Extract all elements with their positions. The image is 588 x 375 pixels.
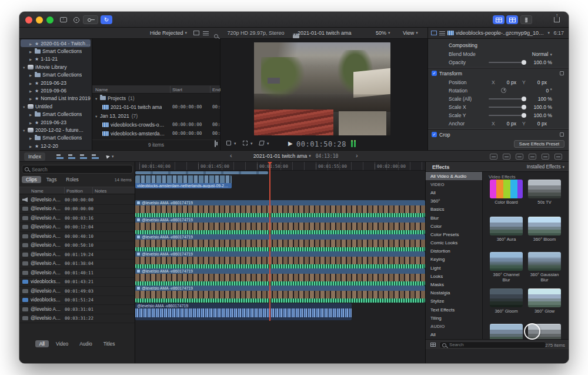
titlebar[interactable] [19, 12, 569, 28]
connected-clip-collapsed[interactable] [135, 171, 268, 174]
close-window-button[interactable] [25, 16, 32, 24]
sidebar-item-smart-collections[interactable]: Smart Collections [19, 134, 92, 142]
column-end[interactable]: End [212, 87, 220, 92]
index-row[interactable]: @levelsio A…00:01:40:11 [19, 268, 135, 278]
distort-tool-dropdown[interactable] [259, 140, 269, 146]
video-inspector-tab-icon[interactable] [431, 31, 437, 35]
filter-audio-tab[interactable]: Audio [75, 340, 96, 347]
next-project-arrow[interactable]: › [356, 152, 358, 159]
sidebar-item-event[interactable]: Nomad List Intro 2019 [19, 95, 92, 102]
index-row[interactable]: @levelsio A…00:00:40:10 [19, 232, 135, 241]
sidebar-item-event[interactable]: 2019-06-23 [19, 79, 92, 87]
crop-tool-dropdown[interactable] [243, 140, 253, 146]
category-item[interactable]: All [426, 331, 482, 339]
zoom-window-button[interactable] [46, 16, 54, 24]
playhead[interactable] [269, 162, 270, 321]
effects-search-input[interactable] [439, 341, 546, 349]
anchor-x-value[interactable]: 0 px [496, 121, 516, 127]
effect-item-partial[interactable] [490, 324, 523, 339]
column-name[interactable]: Name [95, 87, 108, 92]
category-item[interactable]: All [426, 188, 482, 197]
trim-icon[interactable] [490, 154, 497, 160]
zoom-dropdown[interactable]: 50% [376, 30, 390, 36]
reset-icon[interactable] [560, 132, 564, 137]
effect-item[interactable]: 360° Bloom [528, 217, 561, 243]
browser-layout-button[interactable] [493, 15, 505, 24]
index-row[interactable]: @levelsio A…00:01:19:24 [19, 250, 135, 260]
fullscreen-icon[interactable] [215, 140, 216, 147]
index-row[interactable]: @levelsio A…00:01:49:03 [19, 287, 135, 296]
audio-skimming-icon[interactable] [529, 154, 536, 160]
disclosure-closed-icon[interactable] [29, 56, 35, 62]
disclosure-open-icon[interactable] [95, 95, 100, 101]
play-button[interactable] [288, 140, 293, 147]
disclosure-closed-icon[interactable] [29, 95, 35, 101]
transform-tool-dropdown[interactable] [226, 140, 236, 146]
clip-appearance-icon[interactable] [193, 31, 199, 35]
browser-column-header[interactable]: Name Start End [92, 86, 220, 94]
index-row[interactable]: @levelsio A…00:00:03:16 [19, 214, 135, 223]
sidebar-item-library[interactable]: iMovie Library [19, 63, 92, 71]
browser-group-row[interactable]: Jan 13, 2021 (7) [92, 111, 220, 120]
disclosure-closed-icon[interactable] [29, 135, 35, 141]
info-inspector-tab-icon[interactable] [439, 31, 445, 35]
category-item[interactable]: Masks [426, 280, 482, 288]
sidebar-item-event[interactable]: 1-11-21 [19, 55, 92, 63]
index-column-header[interactable]: Name Position Notes [19, 187, 135, 194]
minimize-window-button[interactable] [36, 16, 43, 24]
timeline-ruler[interactable]: 00:01:40:00 00:01:45:00 00:01:50:00 00:0… [135, 162, 425, 171]
effect-item[interactable]: 360° Aura [490, 217, 523, 243]
disclosure-closed-icon[interactable] [29, 120, 35, 125]
crop-checkbox[interactable] [432, 132, 437, 137]
disclosure-closed-icon[interactable] [29, 48, 35, 54]
list-view-icon[interactable] [203, 31, 209, 35]
timeline-clip[interactable]: @levelsio AMA -v860174719 [135, 200, 425, 217]
category-item[interactable]: Color Presets [426, 230, 482, 238]
installed-effects-dropdown[interactable]: Installed Effects [527, 164, 564, 170]
column-position[interactable]: Position [66, 188, 83, 194]
category-item[interactable]: Blur [426, 214, 482, 222]
transform-checkbox[interactable] [432, 71, 437, 76]
rotation-value[interactable]: 0 ° [510, 88, 552, 94]
category-item[interactable]: Distortion [426, 247, 482, 255]
browser-group-row[interactable]: Projects (1) [92, 94, 220, 102]
sidebar-item-smart-collections[interactable]: Smart Collections [19, 111, 92, 118]
filter-titles-tab[interactable]: Titles [99, 340, 119, 347]
sidebar-item-smart-collections[interactable]: Smart Collections [19, 71, 92, 79]
column-notes[interactable]: Notes [95, 188, 106, 194]
share-button[interactable] [551, 15, 563, 24]
sidebar-item-library[interactable]: Untitled [19, 102, 92, 110]
effect-item[interactable]: 360° Glow [528, 288, 561, 314]
clip-filter-dropdown[interactable]: Hide Rejected [150, 30, 187, 36]
index-row[interactable]: @levelsio A…00:03:31:01 [19, 305, 135, 314]
disclosure-open-icon[interactable] [22, 64, 28, 70]
rotation-dial[interactable] [501, 88, 506, 93]
scale-y-value[interactable]: 100.0 % [510, 112, 552, 118]
append-edit-icon[interactable] [79, 154, 88, 160]
position-x-value[interactable]: 0 px [496, 79, 516, 85]
scale-all-value[interactable]: 100 % [510, 96, 552, 102]
disclosure-open-icon[interactable] [22, 104, 28, 109]
disclosure-closed-icon[interactable] [29, 41, 35, 47]
inspector-layout-button[interactable] [520, 15, 532, 24]
clip-appearance-icon[interactable] [503, 154, 510, 160]
index-search-input[interactable] [22, 165, 133, 174]
solo-icon[interactable] [542, 154, 549, 160]
timeline-audio-clip[interactable]: @levelsio AMA -v860174719 [135, 303, 352, 320]
category-item[interactable]: Stylize [426, 297, 482, 306]
grid-view-icon[interactable] [430, 343, 436, 347]
index-row[interactable]: @levelsio A…00:00:12:04 [19, 223, 135, 233]
import-media-button[interactable] [58, 15, 69, 24]
tab-clips[interactable]: Clips [22, 176, 41, 183]
inspector-media-name[interactable]: videoblocks-people-..gzcmyp9g_1080__D [456, 30, 550, 36]
timeline-clip[interactable]: @levelsio AMA -v860174719 [135, 268, 425, 286]
browser-clip-row[interactable]: videoblocks-crowds-o… 00:00:00:00 00:0 [92, 120, 220, 129]
tool-selector-dropdown[interactable] [106, 154, 114, 159]
category-item[interactable]: Tiling [426, 314, 482, 322]
sidebar-item-library[interactable]: 2020-12-02 - future… [19, 126, 92, 134]
effect-item[interactable]: 50s TV [528, 180, 561, 205]
opacity-value[interactable]: 100.0 % [510, 59, 552, 65]
connect-edit-icon[interactable] [56, 154, 65, 160]
snapping-icon[interactable] [554, 154, 562, 160]
index-row[interactable]: @levelsio A…00:00:00:00 [19, 195, 135, 205]
